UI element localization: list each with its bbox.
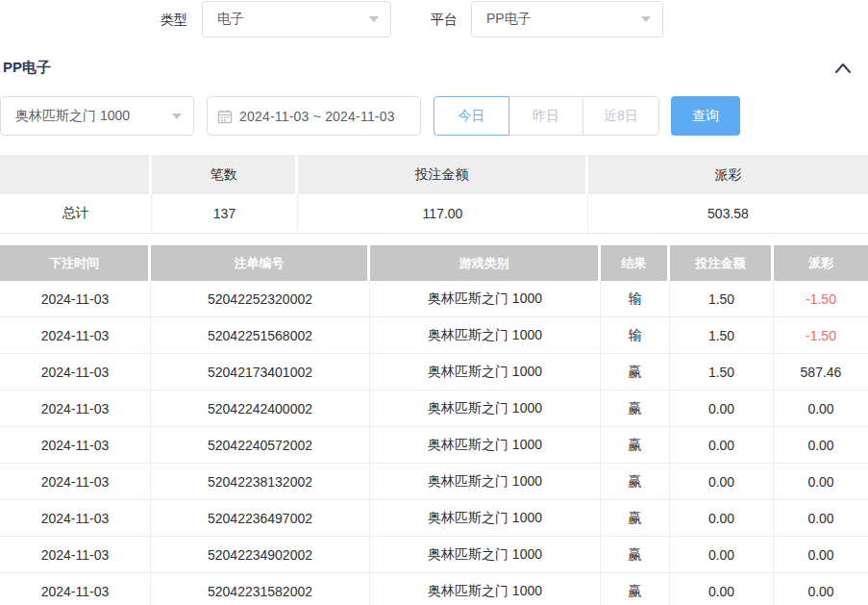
table-row: 2024-11-03 52042242400002 奥林匹斯之门 1000 赢 … <box>0 391 868 427</box>
collapse-button[interactable] <box>831 56 856 81</box>
cell-payout: 0.00 <box>774 391 868 427</box>
summary-total-bet-amount: 117.00 <box>298 194 588 234</box>
summary-header-payout: 派彩 <box>588 155 868 194</box>
cell-bet-time: 2024-11-03 <box>0 537 151 573</box>
cell-bet-time: 2024-11-03 <box>0 427 151 464</box>
cell-order-id: 52042240572002 <box>151 427 370 464</box>
last-8-days-button[interactable]: 近8日 <box>583 96 659 136</box>
cell-result: 赢 <box>601 354 670 391</box>
platform-label: 平台 <box>431 1 458 38</box>
cell-bet-time: 2024-11-03 <box>0 317 151 354</box>
col-result: 结果 <box>601 245 670 281</box>
yesterday-button[interactable]: 昨日 <box>508 96 583 136</box>
cell-bet-time: 2024-11-03 <box>0 573 151 605</box>
table-row: 2024-11-03 52042231582002 奥林匹斯之门 1000 赢 … <box>0 573 868 605</box>
game-select-value: 奥林匹斯之门 1000 <box>15 108 130 125</box>
date-range-input[interactable]: 2024-11-03 ~ 2024-11-03 <box>207 96 421 136</box>
cell-game-name: 奥林匹斯之门 1000 <box>370 427 601 464</box>
bet-table-header: 下注时间 注单编号 游戏类别 结果 投注金额 派彩 <box>0 245 868 281</box>
quick-date-button-group: 今日 昨日 近8日 <box>434 96 659 136</box>
cell-order-id: 52042251568002 <box>151 317 370 354</box>
cell-game-name: 奥林匹斯之门 1000 <box>370 281 601 317</box>
summary-total-row: 总计 137 117.00 503.58 <box>0 194 868 234</box>
type-select[interactable]: 电子 <box>202 1 391 38</box>
cell-result: 赢 <box>601 537 670 573</box>
cell-bet-amount: 0.00 <box>670 537 774 573</box>
cell-game-name: 奥林匹斯之门 1000 <box>370 317 601 354</box>
cell-game-name: 奥林匹斯之门 1000 <box>370 391 601 427</box>
cell-result: 赢 <box>601 573 670 605</box>
cell-bet-time: 2024-11-03 <box>0 500 151 537</box>
filter-bar: 奥林匹斯之门 1000 2024-11-03 ~ 2024-11-03 今日 昨… <box>0 96 740 136</box>
cell-game-name: 奥林匹斯之门 1000 <box>370 464 601 500</box>
cell-payout: -1.50 <box>774 317 868 354</box>
cell-bet-time: 2024-11-03 <box>0 464 151 500</box>
cell-result: 赢 <box>601 427 670 464</box>
platform-select[interactable]: PP电子 <box>471 1 663 38</box>
cell-payout: 0.00 <box>774 427 868 464</box>
col-game-type: 游戏类别 <box>370 245 601 281</box>
table-row: 2024-11-03 52042238132002 奥林匹斯之门 1000 赢 … <box>0 464 868 500</box>
cell-payout: 0.00 <box>774 500 868 537</box>
date-range-value: 2024-11-03 ~ 2024-11-03 <box>239 109 395 124</box>
cell-bet-amount: 1.50 <box>670 317 774 354</box>
bet-table: 下注时间 注单编号 游戏类别 结果 投注金额 派彩 2024-11-03 520… <box>0 245 868 605</box>
summary-total-payout: 503.58 <box>588 194 868 234</box>
type-select-value: 电子 <box>217 11 244 28</box>
cell-order-id: 52042242400002 <box>151 391 370 427</box>
chevron-down-icon <box>172 113 182 119</box>
section-header: PP电子 <box>0 53 868 82</box>
summary-table: 笔数 投注金额 派彩 总计 137 117.00 503.58 <box>0 155 868 234</box>
table-row: 2024-11-03 52042240572002 奥林匹斯之门 1000 赢 … <box>0 427 868 464</box>
cell-bet-time: 2024-11-03 <box>0 281 151 317</box>
summary-total-count: 137 <box>152 194 298 234</box>
calendar-icon <box>217 109 233 124</box>
cell-order-id: 52042238132002 <box>151 464 370 500</box>
col-payout: 派彩 <box>774 245 868 281</box>
table-row: 2024-11-03 52042234902002 奥林匹斯之门 1000 赢 … <box>0 537 868 573</box>
cell-bet-time: 2024-11-03 <box>0 391 151 427</box>
cell-game-name: 奥林匹斯之门 1000 <box>370 537 601 573</box>
summary-header-row: 笔数 投注金额 派彩 <box>0 155 868 194</box>
cell-bet-amount: 0.00 <box>670 391 774 427</box>
cell-game-name: 奥林匹斯之门 1000 <box>370 354 601 391</box>
section-title: PP电子 <box>3 59 51 77</box>
type-label: 类型 <box>161 1 187 38</box>
cell-bet-amount: 1.50 <box>670 354 774 391</box>
cell-result: 输 <box>601 317 670 354</box>
search-button[interactable]: 查询 <box>671 96 740 136</box>
summary-header-bet-amount: 投注金额 <box>298 155 588 194</box>
today-button[interactable]: 今日 <box>434 96 509 136</box>
bet-table-body: 2024-11-03 52042252320002 奥林匹斯之门 1000 输 … <box>0 281 868 605</box>
top-filter-bar: 类型 电子 平台 PP电子 <box>0 0 868 40</box>
cell-bet-amount: 0.00 <box>670 500 774 537</box>
table-row: 2024-11-03 52042252320002 奥林匹斯之门 1000 输 … <box>0 281 868 317</box>
cell-result: 赢 <box>601 391 670 427</box>
table-row: 2024-11-03 52042251568002 奥林匹斯之门 1000 输 … <box>0 317 868 354</box>
game-select[interactable]: 奥林匹斯之门 1000 <box>0 96 194 136</box>
cell-bet-amount: 1.50 <box>670 281 774 317</box>
table-row: 2024-11-03 52042173401002 奥林匹斯之门 1000 赢 … <box>0 354 868 391</box>
cell-order-id: 52042231582002 <box>151 573 370 605</box>
cell-order-id: 52042252320002 <box>151 281 370 317</box>
chevron-down-icon <box>641 16 651 22</box>
cell-payout: 0.00 <box>774 464 868 500</box>
chevron-down-icon <box>369 16 379 22</box>
page: 类型 电子 平台 PP电子 PP电子 奥林匹斯之门 1000 2024-11-0… <box>0 0 868 605</box>
col-bet-amount: 投注金额 <box>670 245 774 281</box>
summary-header-count: 笔数 <box>152 155 298 194</box>
cell-result: 赢 <box>601 500 670 537</box>
cell-order-id: 52042173401002 <box>151 354 370 391</box>
cell-payout: 0.00 <box>774 537 868 573</box>
col-bet-time: 下注时间 <box>0 245 151 281</box>
cell-bet-amount: 0.00 <box>670 427 774 464</box>
cell-result: 输 <box>601 281 670 317</box>
table-row: 2024-11-03 52042236497002 奥林匹斯之门 1000 赢 … <box>0 500 868 537</box>
cell-payout: -1.50 <box>774 281 868 317</box>
cell-bet-amount: 0.00 <box>670 464 774 500</box>
cell-bet-time: 2024-11-03 <box>0 354 151 391</box>
cell-game-name: 奥林匹斯之门 1000 <box>370 500 601 537</box>
cell-game-name: 奥林匹斯之门 1000 <box>370 573 601 605</box>
cell-payout: 0.00 <box>774 573 868 605</box>
chevron-up-icon <box>833 62 853 75</box>
